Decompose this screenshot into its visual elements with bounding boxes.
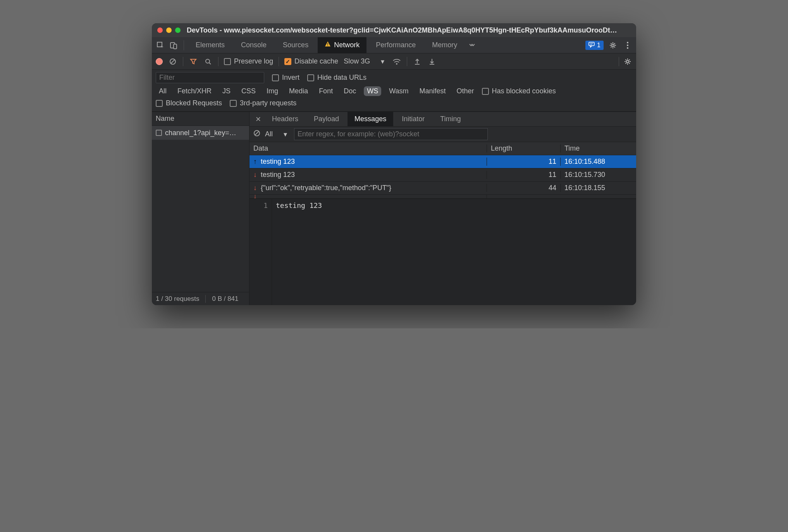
svg-point-19 [626,60,629,63]
messages-filter-select[interactable]: All ▾ [265,130,289,139]
filter-type-all[interactable]: All [156,86,170,96]
disable-cache-checkbox[interactable]: Disable cache [284,57,338,65]
hide-data-urls-checkbox[interactable]: Hide data URLs [307,74,366,82]
filter-type-ws[interactable]: WS [364,86,381,96]
main-split: Name channel_1?api_key=… 1 / 30 requests… [152,112,636,305]
blocked-requests-checkbox[interactable]: Blocked Requests [156,99,222,107]
has-blocked-cookies-label: Has blocked cookies [492,87,556,95]
detail-tab-payload-label: Payload [314,115,339,123]
messages-toolbar: All ▾ [249,127,636,142]
filter-type-wasm[interactable]: Wasm [386,86,411,96]
message-time: 16:10:18.155 [561,184,636,192]
tab-elements-label: Elements [196,41,225,49]
filter-type-js[interactable]: JS [219,86,234,96]
detail-tab-timing[interactable]: Timing [433,112,468,127]
inspect-element-icon[interactable] [155,40,166,51]
message-row[interactable]: ↑testing 123 11 16:10:15.488 [249,155,636,168]
has-blocked-cookies-checkbox[interactable]: Has blocked cookies [482,87,556,95]
svg-point-9 [627,42,628,43]
invert-checkbox[interactable]: Invert [272,74,299,82]
preserve-log-label: Preserve log [234,57,273,65]
divider [205,295,206,303]
detail-tab-initiator[interactable]: Initiator [395,112,432,127]
preserve-log-checkbox[interactable]: Preserve log [224,57,273,65]
detail-tab-headers-label: Headers [272,115,298,123]
main-tabbar: Elements Console Sources Network Perform… [152,37,636,53]
minimize-window-button[interactable] [166,27,172,33]
filter-type-fetchxhr[interactable]: Fetch/XHR [174,86,215,96]
request-row[interactable]: channel_1?api_key=… [152,126,249,140]
network-conditions-icon[interactable] [392,57,401,66]
detail-tab-payload[interactable]: Payload [307,112,346,127]
name-column-header[interactable]: Name [152,112,249,126]
message-length: 11 [487,158,561,166]
kebab-menu-icon[interactable] [622,40,633,51]
detail-tab-timing-label: Timing [440,115,461,123]
regex-input[interactable] [294,128,488,140]
tab-console[interactable]: Console [234,37,274,53]
third-party-checkbox[interactable]: 3rd-party requests [230,99,296,107]
col-length-header[interactable]: Length [487,144,561,153]
record-button[interactable] [156,58,163,65]
svg-rect-2 [174,44,177,49]
panel-settings-gear-icon[interactable] [623,57,632,66]
close-window-button[interactable] [157,27,163,33]
settings-gear-icon[interactable] [607,40,618,51]
tab-sources[interactable]: Sources [276,37,315,53]
filter-type-manifest[interactable]: Manifest [416,86,449,96]
upload-har-icon[interactable] [413,57,422,66]
filter-type-font[interactable]: Font [316,86,336,96]
message-data: {"url":"ok","retryable":true,"method":"P… [261,184,391,192]
detail-tab-messages[interactable]: Messages [348,112,393,127]
divider [279,57,279,66]
tab-memory[interactable]: Memory [425,37,464,53]
more-tabs-chevron-icon[interactable] [466,40,477,51]
filter-type-img[interactable]: Img [263,86,281,96]
close-detail-icon[interactable]: ✕ [253,115,263,124]
filter-type-css[interactable]: CSS [238,86,259,96]
filter-type-doc[interactable]: Doc [341,86,359,96]
clear-messages-icon[interactable] [253,130,260,139]
issues-badge[interactable]: 1 [585,41,604,50]
detail-tab-initiator-label: Initiator [402,115,425,123]
message-length: 11 [487,171,561,179]
status-bar: 1 / 30 requests 0 B / 841 [152,292,249,305]
status-bytes: 0 B / 841 [212,295,238,303]
svg-line-21 [255,131,259,135]
network-toolbar: Preserve log Disable cache Slow 3G ▾ [152,53,636,70]
col-time-header[interactable]: Time [561,144,636,153]
arrow-up-icon: ↑ [253,158,257,166]
tab-network[interactable]: Network [318,37,366,53]
maximize-window-button[interactable] [175,27,181,33]
detail-tab-headers[interactable]: Headers [265,112,305,127]
clear-icon[interactable] [168,57,177,66]
tab-network-label: Network [334,41,360,49]
svg-point-8 [612,44,614,46]
download-har-icon[interactable] [427,57,437,66]
divider [619,57,619,66]
search-icon[interactable] [203,57,213,66]
col-data-header[interactable]: Data [249,144,487,153]
svg-point-14 [206,59,210,63]
message-row[interactable]: ↓testing 123 11 16:10:15.730 [249,168,636,182]
detail-column: ✕ Headers Payload Messages Initiator Tim… [249,112,636,305]
tab-performance-label: Performance [376,41,416,49]
chevron-down-icon: ▾ [381,57,384,66]
titlebar: DevTools - www.piesocket.com/websocket-t… [152,23,636,37]
device-toggle-icon[interactable] [168,40,179,51]
message-detail-content[interactable]: testing 123 [272,199,326,305]
throttling-select[interactable]: Slow 3G ▾ [344,57,387,66]
filter-input[interactable] [156,72,264,83]
devtools-window: DevTools - www.piesocket.com/websocket-t… [152,23,636,305]
filter-icon[interactable] [189,57,198,66]
message-row-partial[interactable]: ↓ [249,195,636,199]
messages-header-row: Data Length Time [249,142,636,155]
arrow-down-icon: ↓ [253,195,257,199]
message-row[interactable]: ↓{"url":"ok","retryable":true,"method":"… [249,182,636,195]
tab-performance[interactable]: Performance [369,37,423,53]
filter-type-other[interactable]: Other [454,86,477,96]
warning-icon [325,41,331,49]
tab-console-label: Console [241,41,267,49]
filter-type-media[interactable]: Media [286,86,311,96]
tab-elements[interactable]: Elements [189,37,232,53]
